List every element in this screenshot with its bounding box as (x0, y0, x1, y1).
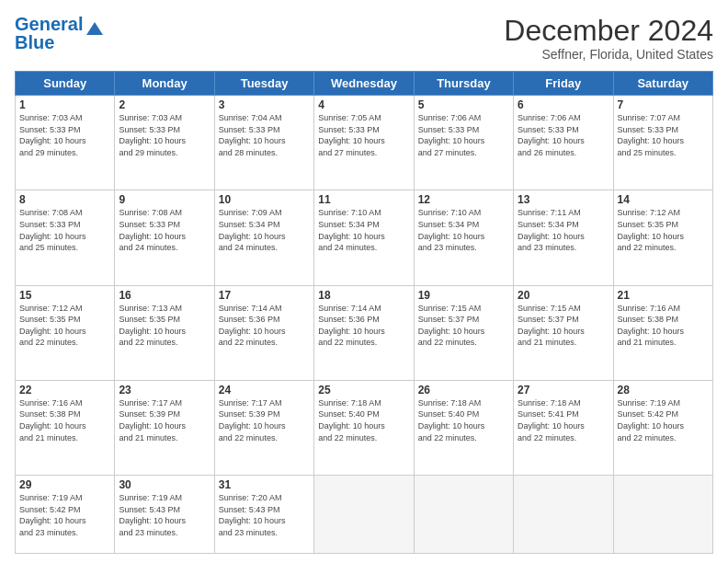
day-info: Sunrise: 7:12 AM Sunset: 5:35 PM Dayligh… (618, 207, 709, 253)
table-row: 11Sunrise: 7:10 AM Sunset: 5:34 PM Dayli… (314, 190, 414, 285)
day-number: 31 (219, 478, 310, 491)
day-info: Sunrise: 7:19 AM Sunset: 5:42 PM Dayligh… (618, 397, 709, 443)
table-row (414, 476, 513, 554)
day-info: Sunrise: 7:16 AM Sunset: 5:38 PM Dayligh… (19, 397, 110, 443)
day-info: Sunrise: 7:13 AM Sunset: 5:35 PM Dayligh… (119, 303, 210, 349)
day-info: Sunrise: 7:18 AM Sunset: 5:40 PM Dayligh… (318, 397, 409, 443)
logo-icon (85, 18, 105, 39)
day-number: 18 (318, 289, 409, 302)
day-number: 26 (418, 384, 509, 396)
table-row: 30Sunrise: 7:19 AM Sunset: 5:43 PM Dayli… (115, 476, 214, 554)
col-sunday: Sunday (16, 72, 115, 96)
table-row: 17Sunrise: 7:14 AM Sunset: 5:36 PM Dayli… (214, 285, 313, 380)
day-info: Sunrise: 7:11 AM Sunset: 5:34 PM Dayligh… (518, 207, 609, 253)
table-row: 22Sunrise: 7:16 AM Sunset: 5:38 PM Dayli… (16, 380, 115, 475)
calendar-week-row: 29Sunrise: 7:19 AM Sunset: 5:42 PM Dayli… (16, 476, 713, 554)
calendar-table: Sunday Monday Tuesday Wednesday Thursday… (15, 71, 713, 554)
day-info: Sunrise: 7:08 AM Sunset: 5:33 PM Dayligh… (119, 207, 210, 253)
svg-marker-0 (86, 22, 103, 35)
day-info: Sunrise: 7:10 AM Sunset: 5:34 PM Dayligh… (318, 207, 409, 253)
day-info: Sunrise: 7:06 AM Sunset: 5:33 PM Dayligh… (518, 112, 609, 158)
col-tuesday: Tuesday (214, 72, 313, 96)
col-thursday: Thursday (414, 72, 513, 96)
day-info: Sunrise: 7:15 AM Sunset: 5:37 PM Dayligh… (518, 303, 609, 349)
day-number: 9 (119, 193, 210, 206)
day-info: Sunrise: 7:18 AM Sunset: 5:40 PM Dayligh… (418, 397, 509, 443)
day-info: Sunrise: 7:09 AM Sunset: 5:34 PM Dayligh… (219, 207, 310, 253)
day-info: Sunrise: 7:03 AM Sunset: 5:33 PM Dayligh… (119, 112, 210, 158)
table-row: 9Sunrise: 7:08 AM Sunset: 5:33 PM Daylig… (115, 190, 214, 285)
calendar-week-row: 8Sunrise: 7:08 AM Sunset: 5:33 PM Daylig… (16, 190, 713, 285)
table-row: 29Sunrise: 7:19 AM Sunset: 5:42 PM Dayli… (16, 476, 115, 554)
table-row: 19Sunrise: 7:15 AM Sunset: 5:37 PM Dayli… (414, 285, 513, 380)
day-number: 20 (518, 289, 609, 302)
table-row (514, 476, 613, 554)
col-monday: Monday (115, 72, 214, 96)
table-row: 2Sunrise: 7:03 AM Sunset: 5:33 PM Daylig… (115, 96, 214, 190)
table-row: 8Sunrise: 7:08 AM Sunset: 5:33 PM Daylig… (16, 190, 115, 285)
day-info: Sunrise: 7:06 AM Sunset: 5:33 PM Dayligh… (418, 112, 509, 158)
day-number: 5 (418, 98, 509, 111)
header: General Blue December 2024 Seffner, Flor… (15, 15, 713, 62)
table-row: 10Sunrise: 7:09 AM Sunset: 5:34 PM Dayli… (214, 190, 313, 285)
day-info: Sunrise: 7:14 AM Sunset: 5:36 PM Dayligh… (318, 303, 409, 349)
table-row: 24Sunrise: 7:17 AM Sunset: 5:39 PM Dayli… (214, 380, 313, 475)
day-number: 22 (19, 384, 110, 396)
day-number: 17 (219, 289, 310, 302)
col-saturday: Saturday (613, 72, 712, 96)
table-row: 27Sunrise: 7:18 AM Sunset: 5:41 PM Dayli… (514, 380, 613, 475)
day-number: 2 (119, 98, 210, 111)
logo-general: General (15, 14, 83, 34)
table-row: 1Sunrise: 7:03 AM Sunset: 5:33 PM Daylig… (16, 96, 115, 190)
col-wednesday: Wednesday (314, 72, 414, 96)
day-number: 12 (418, 193, 509, 206)
table-row: 14Sunrise: 7:12 AM Sunset: 5:35 PM Dayli… (613, 190, 712, 285)
day-info: Sunrise: 7:03 AM Sunset: 5:33 PM Dayligh… (19, 112, 110, 158)
day-number: 24 (219, 384, 310, 396)
day-number: 13 (518, 193, 609, 206)
day-info: Sunrise: 7:17 AM Sunset: 5:39 PM Dayligh… (219, 397, 310, 443)
table-row: 23Sunrise: 7:17 AM Sunset: 5:39 PM Dayli… (115, 380, 214, 475)
calendar-week-row: 22Sunrise: 7:16 AM Sunset: 5:38 PM Dayli… (16, 380, 713, 475)
table-row: 21Sunrise: 7:16 AM Sunset: 5:38 PM Dayli… (613, 285, 712, 380)
table-row: 5Sunrise: 7:06 AM Sunset: 5:33 PM Daylig… (414, 96, 513, 190)
day-number: 8 (19, 193, 110, 206)
table-row: 28Sunrise: 7:19 AM Sunset: 5:42 PM Dayli… (613, 380, 712, 475)
logo: General Blue (15, 15, 105, 52)
day-info: Sunrise: 7:05 AM Sunset: 5:33 PM Dayligh… (318, 112, 409, 158)
table-row: 26Sunrise: 7:18 AM Sunset: 5:40 PM Dayli… (414, 380, 513, 475)
table-row: 12Sunrise: 7:10 AM Sunset: 5:34 PM Dayli… (414, 190, 513, 285)
day-number: 29 (19, 478, 110, 491)
col-friday: Friday (514, 72, 613, 96)
table-row (314, 476, 414, 554)
table-row: 16Sunrise: 7:13 AM Sunset: 5:35 PM Dayli… (115, 285, 214, 380)
table-row: 20Sunrise: 7:15 AM Sunset: 5:37 PM Dayli… (514, 285, 613, 380)
day-info: Sunrise: 7:16 AM Sunset: 5:38 PM Dayligh… (618, 303, 709, 349)
page-container: General Blue December 2024 Seffner, Flor… (0, 0, 728, 563)
table-row: 4Sunrise: 7:05 AM Sunset: 5:33 PM Daylig… (314, 96, 414, 190)
day-info: Sunrise: 7:14 AM Sunset: 5:36 PM Dayligh… (219, 303, 310, 349)
table-row: 15Sunrise: 7:12 AM Sunset: 5:35 PM Dayli… (16, 285, 115, 380)
day-number: 3 (219, 98, 310, 111)
day-number: 23 (119, 384, 210, 396)
day-number: 25 (318, 384, 409, 396)
table-row: 31Sunrise: 7:20 AM Sunset: 5:43 PM Dayli… (214, 476, 313, 554)
day-number: 11 (318, 193, 409, 206)
day-number: 4 (318, 98, 409, 111)
day-info: Sunrise: 7:19 AM Sunset: 5:43 PM Dayligh… (119, 492, 210, 538)
day-info: Sunrise: 7:10 AM Sunset: 5:34 PM Dayligh… (418, 207, 509, 253)
table-row: 18Sunrise: 7:14 AM Sunset: 5:36 PM Dayli… (314, 285, 414, 380)
title-section: December 2024 Seffner, Florida, United S… (504, 15, 713, 62)
day-number: 27 (518, 384, 609, 396)
day-info: Sunrise: 7:20 AM Sunset: 5:43 PM Dayligh… (219, 492, 310, 538)
calendar-week-row: 1Sunrise: 7:03 AM Sunset: 5:33 PM Daylig… (16, 96, 713, 190)
day-number: 30 (119, 478, 210, 491)
table-row: 7Sunrise: 7:07 AM Sunset: 5:33 PM Daylig… (613, 96, 712, 190)
location: Seffner, Florida, United States (504, 47, 713, 62)
day-info: Sunrise: 7:17 AM Sunset: 5:39 PM Dayligh… (119, 397, 210, 443)
calendar-week-row: 15Sunrise: 7:12 AM Sunset: 5:35 PM Dayli… (16, 285, 713, 380)
logo-blue: Blue (15, 32, 54, 52)
day-number: 19 (418, 289, 509, 302)
day-info: Sunrise: 7:07 AM Sunset: 5:33 PM Dayligh… (618, 112, 709, 158)
table-row: 25Sunrise: 7:18 AM Sunset: 5:40 PM Dayli… (314, 380, 414, 475)
